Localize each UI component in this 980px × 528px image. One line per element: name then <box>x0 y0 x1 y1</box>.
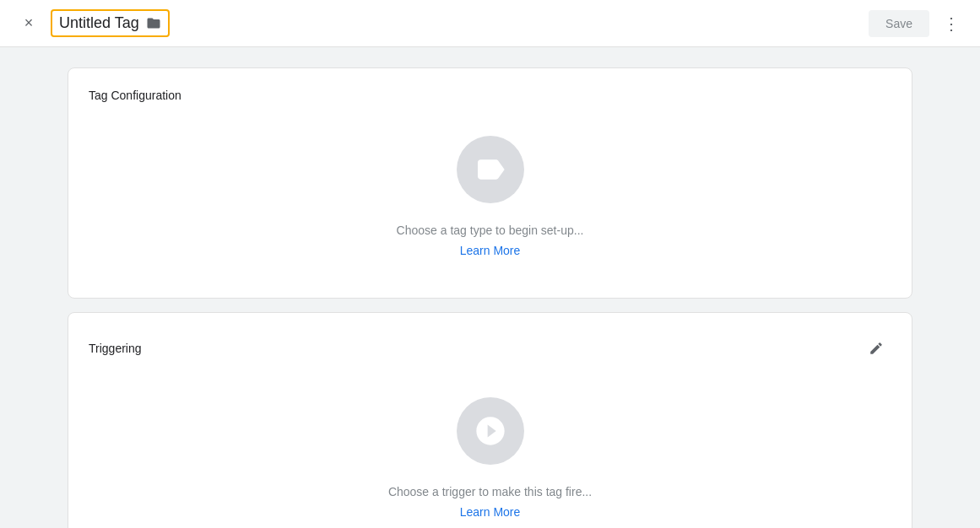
tag-configuration-card: Tag Configuration Choose a tag type to b… <box>68 67 912 299</box>
triggering-title: Triggering <box>89 342 142 355</box>
tag-configuration-body: Choose a tag type to begin set-up... Lea… <box>89 102 891 277</box>
more-options-button[interactable]: ⋮ <box>936 8 966 39</box>
triggering-desc: Choose a trigger to make this tag fire..… <box>388 485 592 498</box>
triggering-learn-more[interactable]: Learn More <box>460 505 521 519</box>
header: × Untitled Tag Save ⋮ <box>0 0 980 47</box>
page-title: Untitled Tag <box>59 14 139 32</box>
trigger-icon-circle[interactable] <box>457 397 524 465</box>
main-content: Tag Configuration Choose a tag type to b… <box>0 47 980 528</box>
save-button[interactable]: Save <box>869 10 929 37</box>
triggering-body: Choose a trigger to make this tag fire..… <box>89 364 891 528</box>
title-container[interactable]: Untitled Tag <box>51 9 170 37</box>
triggering-header: Triggering <box>89 333 891 364</box>
folder-icon <box>146 15 161 32</box>
tag-configuration-desc: Choose a tag type to begin set-up... <box>397 224 584 237</box>
triggering-card: Triggering Choose a trigger to make this… <box>68 312 912 528</box>
tag-configuration-learn-more[interactable]: Learn More <box>460 244 521 257</box>
triggering-edit-button[interactable] <box>861 333 891 364</box>
close-button[interactable]: × <box>14 8 44 39</box>
tag-icon-circle[interactable] <box>457 136 524 203</box>
tag-configuration-title: Tag Configuration <box>89 89 891 102</box>
